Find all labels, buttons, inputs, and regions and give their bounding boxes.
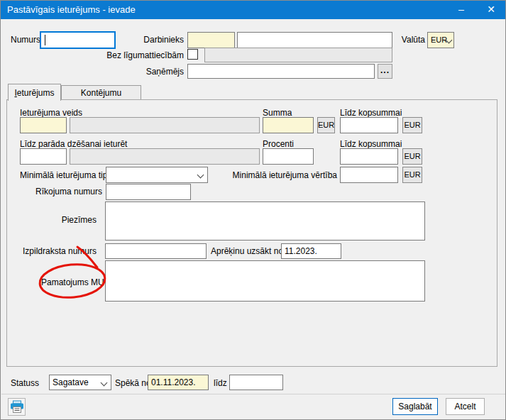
min-ieturejuma-vertiba-label: Minimālā ieturējuma vērtība — [231, 170, 337, 180]
close-button[interactable]: ✕ — [479, 1, 503, 19]
sanemejs-input[interactable] — [187, 64, 375, 79]
ieturejuma-veids-name-field — [70, 117, 260, 133]
procenti-label: Procenti — [263, 139, 294, 149]
lidz-input[interactable] — [229, 375, 283, 390]
ellipsis-icon: ... — [380, 65, 390, 75]
bez-ligumattiecibam-field — [204, 48, 392, 62]
minimize-button[interactable]: – — [449, 1, 473, 19]
piezimes-label: Piezīmes — [29, 215, 97, 225]
lidz-parada-code-input[interactable] — [20, 148, 67, 165]
window-title: Pastāvīgais ieturējums - ievade — [7, 4, 136, 15]
aprekinu-uzsakt-no-label: Aprēķinu uzsākt no — [211, 246, 283, 256]
min-ieturejuma-tips-select[interactable] — [106, 167, 208, 183]
izpildraksta-numurs-label: Izpildraksta numurs — [22, 246, 97, 256]
lidz-label: līdz — [214, 378, 227, 388]
darbinieks-code-input[interactable] — [187, 32, 235, 48]
bez-ligumattiecibam-checkbox[interactable] — [187, 49, 198, 60]
lidz-kopsummai-currency-button[interactable]: EUR — [402, 117, 422, 133]
footer-separator — [1, 394, 506, 394]
darbinieks-label: Darbinieks — [127, 35, 184, 45]
printer-icon — [10, 400, 24, 414]
sanemejs-browse-button[interactable]: ... — [378, 64, 392, 79]
lidz-kopsummai-input[interactable] — [340, 117, 398, 133]
tab-ieturejums[interactable]: Ieturējums — [8, 84, 61, 101]
statuss-label: Statuss — [11, 378, 39, 388]
lidz-kopsummai-label: Līdz kopsummai — [340, 108, 402, 118]
rikojuma-numurs-input[interactable] — [106, 184, 191, 200]
chevron-down-icon — [197, 172, 204, 179]
text-caret — [45, 35, 45, 45]
summa-input[interactable] — [263, 117, 314, 133]
lidz-kopsummai2-label: Līdz kopsummai — [340, 139, 402, 149]
izpildraksta-numurs-input[interactable] — [105, 243, 207, 259]
bez-ligumattiecibam-label: Bez līgumattiecībām — [79, 50, 184, 60]
summa-currency-button[interactable]: EUR — [317, 117, 335, 133]
rikojuma-numurs-label: Rīkojuma numurs — [29, 187, 102, 197]
ieturejuma-veids-code-input[interactable] — [20, 117, 67, 133]
tab-kontejumu-precizejumi[interactable]: Kontējumu precizējumi — [61, 85, 141, 99]
print-button[interactable] — [8, 398, 26, 416]
min-ieturejuma-vertiba-currency-button[interactable]: EUR — [402, 167, 422, 183]
pamatojums-mu-label: Pamatojums MU — [41, 277, 104, 287]
chevron-down-icon — [101, 380, 108, 387]
numurs-input[interactable] — [40, 31, 116, 49]
min-ieturejuma-tips-label: Minimālā ieturējuma tips — [20, 170, 111, 180]
lidz-kopsummai2-currency-button[interactable]: EUR — [402, 148, 422, 165]
cancel-button[interactable]: Atcelt — [446, 398, 485, 415]
statuss-value: Sagatave — [53, 377, 89, 387]
summa-label: Summa — [263, 108, 292, 118]
dialog-pastavigais-ieturejums: Pastāvīgais ieturējums - ievade – ✕ Numu… — [0, 0, 506, 420]
speka-no-input[interactable] — [148, 375, 209, 390]
lidz-kopsummai2-input[interactable] — [340, 148, 398, 165]
save-button[interactable]: Saglabāt — [392, 398, 438, 415]
minimize-icon: – — [458, 4, 464, 15]
aprekinu-uzsakt-no-input[interactable] — [281, 243, 341, 259]
min-ieturejuma-vertiba-input[interactable] — [340, 167, 398, 183]
lidz-parada-name-field — [70, 148, 260, 165]
speka-no-label: Spēkā no — [115, 378, 151, 388]
ieturejuma-veids-label: Ieturējuma veids — [20, 108, 82, 118]
piezimes-textarea[interactable] — [105, 201, 425, 241]
tab-label-part: eturējums — [17, 88, 55, 98]
title-bar: Pastāvīgais ieturējums - ievade – ✕ — [1, 1, 505, 19]
statuss-select[interactable]: Sagatave — [49, 375, 111, 390]
numurs-label: Numurs — [11, 35, 40, 45]
valuta-label: Valūta — [392, 35, 425, 45]
pamatojums-mu-textarea[interactable] — [105, 260, 425, 302]
close-icon: ✕ — [487, 4, 495, 15]
valuta-select[interactable]: EUR — [427, 32, 454, 48]
darbinieks-name-input[interactable] — [237, 32, 392, 48]
tab-label-part: Kontējumu — [81, 88, 121, 98]
procenti-input[interactable] — [263, 148, 314, 165]
lidz-parada-label: Līdz parāda dzēšanai ieturēt — [20, 139, 127, 149]
sanemejs-label: Saņēmējs — [127, 67, 184, 77]
